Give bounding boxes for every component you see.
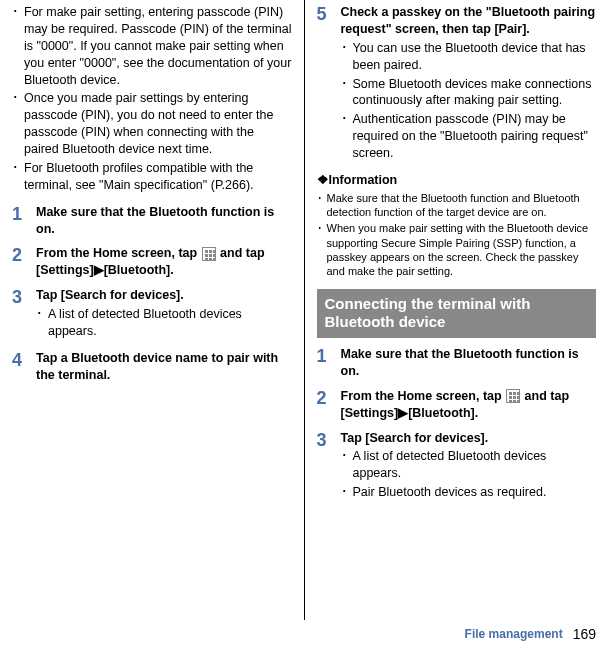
step-2: 2 From the Home screen, tap and tap [Set… (12, 245, 292, 279)
page-number: 169 (573, 625, 596, 644)
information-list: ･Make sure that the Bluetooth function a… (317, 191, 597, 279)
bullet-dot: ･ (36, 306, 48, 340)
step-sublist: ･A list of detected Bluetooth devices ap… (36, 306, 292, 340)
list-item: ･A list of detected Bluetooth devices ap… (341, 448, 597, 482)
step-1: 1 Make sure that the Bluetooth function … (12, 204, 292, 238)
list-item: ･When you make pair setting with the Blu… (317, 221, 597, 278)
step-body: From the Home screen, tap and tap [Setti… (36, 245, 292, 279)
sub-text: You can use the Bluetooth device that ha… (353, 40, 597, 74)
step-sublist: ･A list of detected Bluetooth devices ap… (341, 448, 597, 501)
sub-text: A list of detected Bluetooth devices app… (353, 448, 597, 482)
triangle-icon: ▶ (398, 406, 408, 420)
step-heading-pre: From the Home screen, tap (36, 246, 201, 260)
list-item: ･Authentication passcode (PIN) may be re… (341, 111, 597, 162)
step-body: Make sure that the Bluetooth function is… (36, 204, 292, 238)
bullet-dot: ･ (12, 160, 24, 194)
step-number: 2 (12, 245, 36, 279)
steps-right-bottom: 1 Make sure that the Bluetooth function … (317, 346, 597, 503)
bullet-text: For make pair setting, entering passcode… (24, 4, 292, 88)
bullet-dot: ･ (341, 40, 353, 74)
section-heading-bar: Connecting the terminal with Bluetooth d… (317, 289, 597, 339)
list-item: ･Some Bluetooth devices make connections… (341, 76, 597, 110)
bullet-text: For Bluetooth profiles compatible with t… (24, 160, 292, 194)
list-item: ･A list of detected Bluetooth devices ap… (36, 306, 292, 340)
step-heading: From the Home screen, tap and tap [Setti… (36, 245, 292, 279)
info-text: Make sure that the Bluetooth function an… (327, 191, 597, 220)
step-heading-pre: From the Home screen, tap (341, 389, 506, 403)
step-number: 2 (317, 388, 341, 422)
list-item: ･Make sure that the Bluetooth function a… (317, 191, 597, 220)
footer-section-name: File management (465, 626, 563, 642)
step-body: Tap [Search for devices]. ･A list of det… (341, 430, 597, 504)
bullet-dot: ･ (341, 111, 353, 162)
apps-grid-icon (202, 247, 216, 261)
bullet-dot: ･ (341, 448, 353, 482)
bullet-dot: ･ (341, 484, 353, 501)
step-b2: 2 From the Home screen, tap and tap [Set… (317, 388, 597, 422)
step-number: 1 (317, 346, 341, 380)
bullet-dot: ･ (317, 221, 327, 278)
page-footer: File management 169 (0, 620, 608, 648)
list-item: ･For make pair setting, entering passcod… (12, 4, 292, 88)
triangle-icon: ▶ (94, 263, 104, 277)
step-number: 1 (12, 204, 36, 238)
step-3: 3 Tap [Search for devices]. ･A list of d… (12, 287, 292, 342)
step-heading-end: [Bluetooth]. (408, 406, 478, 420)
right-column: 5 Check a passkey on the "Bluetooth pair… (305, 0, 609, 620)
sub-text: Some Bluetooth devices make connections … (353, 76, 597, 110)
step-heading: Tap [Search for devices]. (341, 430, 597, 447)
step-heading: Tap a Bluetooth device name to pair with… (36, 350, 292, 384)
list-item: ･You can use the Bluetooth device that h… (341, 40, 597, 74)
apps-grid-icon (506, 389, 520, 403)
bullet-text: Once you made pair settings by entering … (24, 90, 292, 158)
steps-left: 1 Make sure that the Bluetooth function … (12, 204, 292, 384)
sub-text: Pair Bluetooth devices as required. (353, 484, 597, 501)
step-5: 5 Check a passkey on the "Bluetooth pair… (317, 4, 597, 164)
step-body: Make sure that the Bluetooth function is… (341, 346, 597, 380)
steps-right-top: 5 Check a passkey on the "Bluetooth pair… (317, 4, 597, 164)
bullet-dot: ･ (317, 191, 327, 220)
step-heading-end: [Bluetooth]. (104, 263, 174, 277)
step-heading: Check a passkey on the "Bluetooth pairin… (341, 4, 597, 38)
step-sublist: ･You can use the Bluetooth device that h… (341, 40, 597, 162)
step-heading: From the Home screen, tap and tap [Setti… (341, 388, 597, 422)
info-text: When you make pair setting with the Blue… (327, 221, 597, 278)
information-heading: ❖Information (317, 172, 597, 189)
sub-text: A list of detected Bluetooth devices app… (48, 306, 292, 340)
list-item: ･For Bluetooth profiles compatible with … (12, 160, 292, 194)
bullet-dot: ･ (12, 4, 24, 88)
step-body: From the Home screen, tap and tap [Setti… (341, 388, 597, 422)
list-item: ･Once you made pair settings by entering… (12, 90, 292, 158)
step-b3: 3 Tap [Search for devices]. ･A list of d… (317, 430, 597, 504)
step-body: Tap [Search for devices]. ･A list of det… (36, 287, 292, 342)
bullet-dot: ･ (341, 76, 353, 110)
sub-text: Authentication passcode (PIN) may be req… (353, 111, 597, 162)
step-number: 3 (317, 430, 341, 504)
step-heading: Tap [Search for devices]. (36, 287, 292, 304)
step-body: Tap a Bluetooth device name to pair with… (36, 350, 292, 384)
list-item: ･Pair Bluetooth devices as required. (341, 484, 597, 501)
step-body: Check a passkey on the "Bluetooth pairin… (341, 4, 597, 164)
page: ･For make pair setting, entering passcod… (0, 0, 608, 620)
left-column: ･For make pair setting, entering passcod… (0, 0, 305, 620)
step-number: 4 (12, 350, 36, 384)
step-b1: 1 Make sure that the Bluetooth function … (317, 346, 597, 380)
step-4: 4 Tap a Bluetooth device name to pair wi… (12, 350, 292, 384)
bullet-dot: ･ (12, 90, 24, 158)
intro-bullets: ･For make pair setting, entering passcod… (12, 4, 292, 194)
step-heading: Make sure that the Bluetooth function is… (341, 346, 597, 380)
step-number: 3 (12, 287, 36, 342)
step-number: 5 (317, 4, 341, 164)
step-heading: Make sure that the Bluetooth function is… (36, 204, 292, 238)
